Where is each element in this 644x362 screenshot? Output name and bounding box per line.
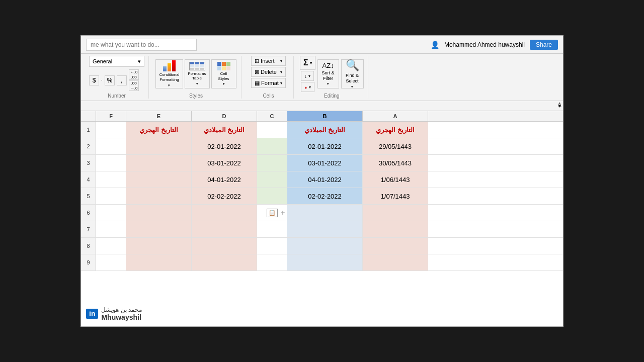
user-icon: 👤: [431, 41, 439, 49]
cell-e5[interactable]: [126, 188, 192, 204]
delete-button[interactable]: ⊠ Delete ▾: [251, 67, 286, 77]
format-button[interactable]: ▦ Format ▾: [251, 78, 286, 88]
decrease-decimal-button[interactable]: .00→.0: [129, 80, 139, 91]
row-number: 9: [81, 254, 96, 270]
cell-d5[interactable]: 02-02-2022: [192, 188, 257, 204]
find-select-button[interactable]: 🔍 Find &Select ▾: [341, 59, 364, 88]
cell-b4[interactable]: 04-01-2022: [287, 171, 363, 188]
cs-arrow-icon: ▾: [223, 82, 225, 86]
cell-e4[interactable]: [126, 171, 192, 188]
sigma-arrow: ▾: [310, 61, 312, 65]
conditional-formatting-button[interactable]: ConditionalFormatting ▾: [155, 59, 183, 88]
cell-c1[interactable]: [257, 122, 287, 138]
clear-button[interactable]: ⬧ ▾: [301, 82, 314, 92]
fill-button[interactable]: ↓ ▾: [301, 71, 314, 81]
col-header-b[interactable]: B: [287, 111, 363, 121]
cell-a8[interactable]: [363, 238, 428, 254]
cell-styles-label: CellStyles: [218, 71, 229, 81]
cell-f6[interactable]: [96, 205, 126, 221]
cell-d7[interactable]: [192, 221, 257, 237]
cell-d1-value: التاريخ الميلادي: [204, 126, 245, 134]
cell-a1[interactable]: التاريخ الهجري: [363, 122, 428, 138]
percent-button[interactable]: %: [105, 75, 115, 85]
share-button[interactable]: Share: [530, 40, 558, 50]
cell-e6[interactable]: [126, 205, 192, 221]
cell-d8[interactable]: [192, 238, 257, 254]
insert-icon: ⊞: [255, 58, 259, 64]
cell-c9[interactable]: [257, 254, 287, 270]
paste-options-icon[interactable]: 📋: [267, 209, 278, 217]
ribbon-collapse-button[interactable]: ∧: [557, 100, 562, 108]
cell-f5[interactable]: [96, 188, 126, 204]
dollar-button[interactable]: $: [89, 75, 99, 85]
cell-c8[interactable]: [257, 238, 287, 254]
sf-arrow-icon: ▾: [327, 82, 329, 86]
cell-d9[interactable]: [192, 254, 257, 270]
cell-e9[interactable]: [126, 254, 192, 270]
cell-d4[interactable]: 04-01-2022: [192, 171, 257, 188]
cell-a9[interactable]: [363, 254, 428, 270]
cell-a6[interactable]: [363, 205, 428, 221]
cell-d1[interactable]: التاريخ الميلادي: [192, 122, 257, 138]
cell-e2[interactable]: [126, 138, 192, 154]
cell-e1[interactable]: التاريخ الهجري: [126, 122, 192, 138]
cell-d2[interactable]: 02-01-2022: [192, 138, 257, 154]
number-format-dropdown[interactable]: General ▾: [89, 56, 144, 67]
col-header-d[interactable]: D: [192, 111, 257, 121]
find-select-label: Find &Select: [346, 73, 359, 84]
cell-a3[interactable]: 30/05/1443: [363, 155, 428, 171]
cell-b6[interactable]: [287, 205, 363, 221]
cell-c5[interactable]: [257, 188, 287, 204]
user-name: Mohammed Ahmed huwayshil: [444, 41, 525, 48]
sort-filter-button[interactable]: AZ↕ Sort &Filter ▾: [317, 59, 339, 88]
cell-f9[interactable]: [96, 254, 126, 270]
cell-b9[interactable]: [287, 254, 363, 270]
col-header-a[interactable]: A: [363, 111, 428, 121]
search-input[interactable]: [86, 39, 197, 51]
sigma-area: Σ ▾ ↓ ▾ ⬧ ▾: [300, 56, 315, 92]
comma-button[interactable]: ,: [117, 75, 127, 85]
sort-filter-area: AZ↕ Sort &Filter ▾: [317, 59, 339, 88]
cell-c2[interactable]: [257, 138, 287, 154]
english-name: Mhuwayshil: [101, 313, 141, 321]
col-header-c[interactable]: C: [257, 111, 287, 121]
cell-e3[interactable]: [126, 155, 192, 171]
cell-b8[interactable]: [287, 238, 363, 254]
cell-f3[interactable]: [96, 155, 126, 171]
cell-c6[interactable]: 📋 ✛: [257, 205, 287, 221]
cell-f4[interactable]: [96, 171, 126, 188]
insert-button[interactable]: ⊞ Insert ▾: [251, 56, 286, 66]
cell-a5[interactable]: 1/07/1443: [363, 188, 428, 204]
table-row: 4 04-01-2022 04-01-2022 1/06/1443: [81, 171, 563, 188]
editing-group-label: Editing: [324, 92, 340, 99]
cell-f2[interactable]: [96, 138, 126, 154]
col-header-f[interactable]: F: [96, 111, 126, 121]
cell-c4[interactable]: [257, 171, 287, 188]
cell-a4[interactable]: 1/06/1443: [363, 171, 428, 188]
styles-group-label: Styles: [189, 92, 203, 99]
col-header-e[interactable]: E: [126, 111, 192, 121]
cell-styles-button[interactable]: CellStyles ▾: [211, 59, 236, 88]
cell-d3[interactable]: 03-01-2022: [192, 155, 257, 171]
delete-arrow: ▾: [280, 70, 282, 74]
cell-a2[interactable]: 29/05/1443: [363, 138, 428, 154]
cell-f7[interactable]: [96, 221, 126, 237]
cell-f1[interactable]: [96, 122, 126, 138]
cell-e7[interactable]: [126, 221, 192, 237]
cell-b1[interactable]: التاريخ الميلادي: [287, 122, 363, 138]
cell-e8[interactable]: [126, 238, 192, 254]
cell-c3[interactable]: [257, 155, 287, 171]
cell-d6[interactable]: [192, 205, 257, 221]
cell-b7[interactable]: [287, 221, 363, 237]
cell-c7[interactable]: [257, 221, 287, 237]
cell-b2[interactable]: 02-01-2022: [287, 138, 363, 154]
ribbon-group-cells: ⊞ Insert ▾ ⊠ Delete ▾ ▦ Format ▾ Cells: [244, 56, 294, 99]
increase-decimal-button[interactable]: ←.0.00: [129, 69, 139, 80]
cell-f8[interactable]: [96, 238, 126, 254]
autosum-button[interactable]: Σ ▾: [300, 56, 315, 70]
cell-b5[interactable]: 02-02-2022: [287, 188, 363, 204]
cell-b3[interactable]: 03-01-2022: [287, 155, 363, 171]
cell-a7[interactable]: [363, 221, 428, 237]
table-row: 9: [81, 254, 563, 271]
format-as-table-button[interactable]: Format asTable ▾: [185, 59, 210, 88]
